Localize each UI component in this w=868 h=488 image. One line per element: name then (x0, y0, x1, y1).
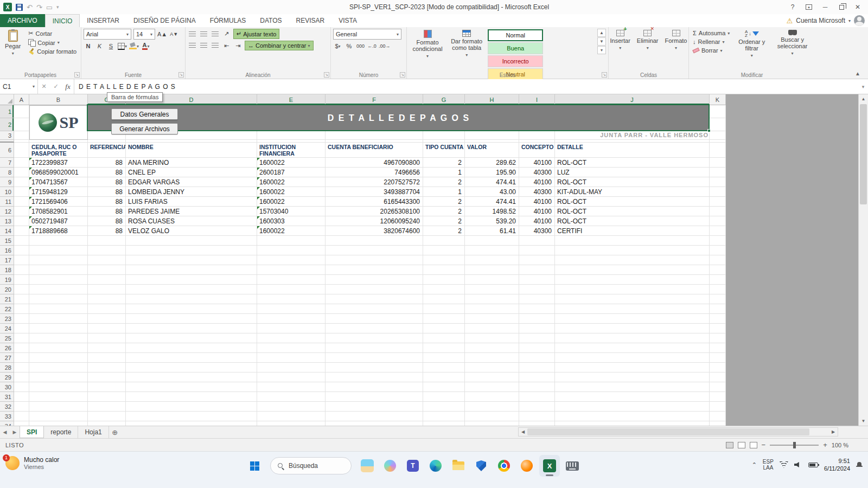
cell[interactable] (257, 353, 326, 363)
cell[interactable] (126, 392, 257, 402)
cell[interactable] (555, 402, 710, 412)
cell[interactable] (14, 187, 29, 197)
account-area[interactable]: ⚠ Cuenta Microsoft ▾ (787, 14, 868, 27)
cell[interactable] (423, 265, 465, 275)
column-header-E[interactable]: E (257, 94, 326, 105)
cell[interactable] (326, 373, 423, 382)
edge-button[interactable] (425, 455, 446, 477)
row-header-2[interactable]: 2 (0, 118, 14, 131)
style-buena[interactable]: Buena (488, 42, 543, 54)
row-header-32[interactable]: 32 (0, 402, 14, 412)
start-button[interactable] (244, 455, 265, 477)
undo-icon[interactable]: ↶ (27, 4, 33, 11)
cell[interactable] (710, 197, 726, 207)
cell[interactable] (126, 314, 257, 324)
cell[interactable] (519, 294, 555, 304)
cell[interactable] (710, 392, 726, 402)
data-cell[interactable]: ROL-OCT (555, 197, 710, 207)
cell[interactable] (14, 246, 29, 255)
data-cell[interactable]: 40100 (519, 197, 555, 207)
style-incorrecto[interactable]: Incorrecto (488, 55, 543, 67)
taskbar-weather[interactable]: Mucho calor Viernes (5, 456, 59, 470)
column-header-F[interactable]: F (326, 94, 423, 105)
cell[interactable] (29, 304, 88, 314)
cell[interactable] (555, 285, 710, 294)
cell[interactable] (710, 382, 726, 392)
cell[interactable] (555, 236, 710, 246)
cell[interactable] (555, 275, 710, 285)
cell[interactable] (423, 294, 465, 304)
cell[interactable] (88, 324, 126, 333)
cell[interactable] (326, 236, 423, 246)
cell[interactable] (88, 421, 126, 426)
cell[interactable] (710, 324, 726, 333)
data-cell[interactable]: 88 (88, 197, 126, 207)
cell[interactable] (29, 382, 88, 392)
font-color-button[interactable]: A▾ (141, 41, 150, 51)
data-cell[interactable]: 4967090800 (326, 158, 423, 168)
cell[interactable] (126, 246, 257, 255)
cell[interactable] (326, 265, 423, 275)
cell[interactable] (710, 314, 726, 324)
cell[interactable] (326, 255, 423, 265)
cell[interactable] (14, 421, 29, 426)
cell[interactable] (326, 246, 423, 255)
font-size-combo[interactable]: 14▾ (133, 29, 155, 40)
row-header-19[interactable]: 19 (0, 275, 14, 285)
data-cell[interactable]: 1708582901 (29, 207, 88, 216)
row-header-31[interactable]: 31 (0, 392, 14, 402)
cell[interactable] (465, 373, 519, 382)
cell[interactable] (126, 382, 257, 392)
cell[interactable] (326, 353, 423, 363)
cell[interactable] (257, 363, 326, 373)
cell[interactable] (257, 373, 326, 382)
currency-button[interactable]: $▾ (333, 41, 342, 51)
data-cell[interactable]: 1600022 (257, 177, 326, 187)
cell[interactable] (88, 255, 126, 265)
cell[interactable] (710, 236, 726, 246)
data-cell[interactable]: 88 (88, 226, 126, 236)
cell[interactable] (710, 363, 726, 373)
data-cell[interactable]: 12060095240 (326, 216, 423, 226)
cell[interactable] (423, 421, 465, 426)
cell[interactable] (519, 353, 555, 363)
cell[interactable] (14, 373, 29, 382)
cell[interactable] (519, 333, 555, 343)
vertical-scrollbar[interactable]: ▲ ▼ (858, 94, 868, 426)
zoom-out-icon[interactable]: − (762, 441, 766, 449)
save-icon[interactable] (16, 4, 23, 11)
cell[interactable] (519, 382, 555, 392)
cell[interactable] (465, 382, 519, 392)
data-cell[interactable]: 1 (423, 168, 465, 177)
sheet-tab-reporte[interactable]: reporte (44, 426, 78, 438)
decrease-font-icon[interactable]: A▼ (169, 29, 178, 39)
cell[interactable] (14, 353, 29, 363)
cell[interactable] (465, 294, 519, 304)
data-cell[interactable]: 289.62 (465, 158, 519, 168)
new-sheet-icon[interactable]: ⊕ (109, 426, 121, 438)
excel-app-icon[interactable]: X (3, 3, 12, 11)
data-cell[interactable]: 7496656 (326, 168, 423, 177)
data-cell[interactable]: 15703040 (257, 207, 326, 216)
collapse-ribbon-icon[interactable]: ▲ (855, 70, 860, 76)
row-header-9[interactable]: 9 (0, 177, 14, 187)
cell[interactable] (326, 324, 423, 333)
clear-button[interactable]: Borrar▾ (691, 46, 731, 55)
tab-revisar[interactable]: REVISAR (289, 14, 332, 27)
cell[interactable] (555, 412, 710, 421)
align-bottom-icon[interactable] (210, 29, 220, 39)
sort-filter-button[interactable]: AZ↓ Ordenar y filtrar▾ (733, 29, 770, 60)
data-cell[interactable]: 1721569406 (29, 197, 88, 207)
cell[interactable] (423, 304, 465, 314)
scroll-down-icon[interactable]: ▼ (859, 416, 868, 426)
cell[interactable] (257, 236, 326, 246)
cell[interactable] (423, 373, 465, 382)
cell[interactable] (29, 324, 88, 333)
row-header-16[interactable]: 16 (0, 246, 14, 255)
cell[interactable] (710, 343, 726, 353)
data-cell[interactable]: 0968599020001 (29, 168, 88, 177)
cell[interactable] (126, 402, 257, 412)
touch-keyboard-button[interactable] (562, 455, 583, 477)
cell[interactable] (257, 294, 326, 304)
cell[interactable] (88, 304, 126, 314)
